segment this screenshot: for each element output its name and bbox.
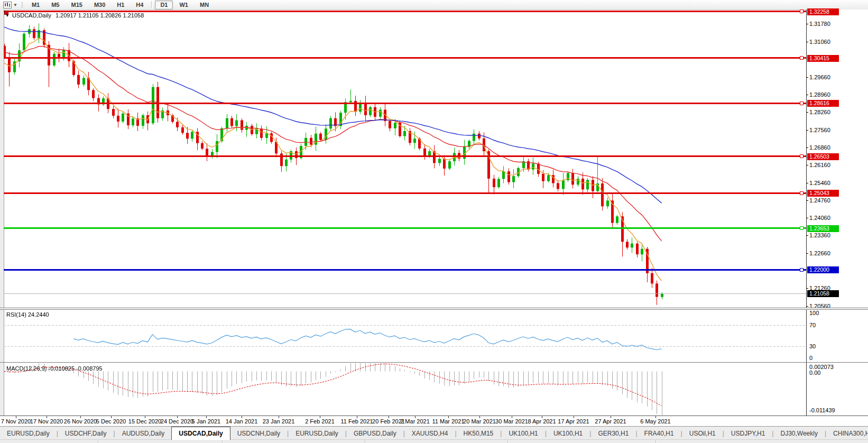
level-price-chip: 1.23653 bbox=[807, 225, 839, 232]
rsi-indicator-canvas[interactable] bbox=[4, 309, 806, 362]
line-drag-handle[interactable] bbox=[800, 101, 804, 105]
macd-indicator-canvas[interactable] bbox=[4, 363, 806, 416]
horizontal-level-line[interactable] bbox=[4, 227, 806, 229]
timeframe-button-mn[interactable]: MN bbox=[195, 1, 214, 10]
status-separator bbox=[98, 440, 99, 443]
price-tick-label: 1.25460 bbox=[809, 180, 846, 186]
chart-tab-usoil[interactable]: USOil,H1 bbox=[682, 427, 723, 440]
line-drag-handle[interactable] bbox=[800, 226, 804, 230]
toolbar-grip[interactable] bbox=[21, 2, 24, 8]
horizontal-level-line[interactable] bbox=[4, 192, 806, 194]
price-tick-mark bbox=[806, 218, 808, 218]
price-tick-mark bbox=[806, 200, 808, 201]
toolbar-separator bbox=[151, 1, 152, 8]
date-tick-label: 23 Jan 2021 bbox=[255, 418, 302, 424]
price-tick-label: 1.24760 bbox=[809, 197, 846, 204]
date-tick-label: 6 May 2021 bbox=[632, 418, 679, 424]
price-tick-label: 1.29660 bbox=[809, 74, 846, 80]
price-tick-label: 1.23360 bbox=[809, 232, 846, 238]
rsi-scale-label: 100 bbox=[809, 310, 846, 316]
timeframe-button-m1[interactable]: M1 bbox=[26, 1, 45, 10]
price-tick-mark bbox=[806, 130, 808, 131]
chart-tab-audusd[interactable]: AUDUSD,Daily bbox=[115, 427, 172, 440]
date-axis[interactable]: 7 Nov 202017 Nov 202026 Nov 20205 Dec 20… bbox=[0, 416, 868, 426]
price-tick-label: 1.31060 bbox=[809, 39, 846, 45]
price-tick-label: 1.28960 bbox=[809, 91, 846, 98]
chart-tab-china300[interactable]: CHINA300,H1 bbox=[826, 427, 868, 440]
chart-tab-ger30[interactable]: GER30,H1 bbox=[591, 427, 635, 440]
timeframe-button-d1[interactable]: D1 bbox=[155, 1, 173, 10]
price-tick-mark bbox=[806, 112, 808, 113]
timeframe-button-m5[interactable]: M5 bbox=[46, 1, 64, 10]
line-drag-handle[interactable] bbox=[800, 56, 804, 60]
chart-tab-hk50[interactable]: HK50,M15 bbox=[457, 427, 501, 440]
level-price-chip: 1.25043 bbox=[807, 190, 839, 197]
rsi-scale-label: 30 bbox=[809, 343, 846, 349]
price-tick-mark bbox=[806, 235, 808, 236]
chart-title: ▼ USDCAD,Daily 1.20917 1.21105 1.20826 1… bbox=[5, 12, 144, 19]
price-tick-mark bbox=[806, 165, 808, 165]
new-chart-icon[interactable] bbox=[2, 1, 13, 8]
timeframe-button-h4[interactable]: H4 bbox=[131, 1, 149, 10]
price-tick-mark bbox=[806, 306, 808, 307]
chart-tab-eurusd[interactable]: EURUSD,Daily bbox=[289, 427, 345, 440]
price-tick-mark bbox=[806, 77, 808, 78]
timeframe-button-m30[interactable]: M30 bbox=[89, 1, 110, 10]
chart-tab-usdcnh[interactable]: USDCNH,Daily bbox=[230, 427, 287, 440]
chart-tab-bar: EURUSD,Daily|USDCHF,Daily|AUDUSD,DailyUS… bbox=[0, 426, 868, 440]
price-tick-mark bbox=[806, 24, 808, 24]
status-separator bbox=[507, 440, 509, 443]
rsi-macd-splitter[interactable] bbox=[0, 362, 868, 363]
chart-tab-dj30[interactable]: DJ30,Weekly bbox=[773, 427, 824, 440]
chart-tab-usdchf[interactable]: USDCHF,Daily bbox=[58, 427, 114, 440]
price-tick-label: 1.22660 bbox=[809, 250, 846, 256]
timeframe-button-m15[interactable]: M15 bbox=[66, 1, 87, 10]
horizontal-level-line[interactable] bbox=[4, 103, 806, 104]
main-chart-canvas[interactable] bbox=[4, 11, 806, 308]
chart-tab-fra40[interactable]: FRA40,H1 bbox=[638, 427, 681, 440]
timeframe-button-h1[interactable]: H1 bbox=[112, 1, 130, 10]
chevron-down-icon[interactable]: ▼ bbox=[13, 3, 17, 7]
macd-bottom-border bbox=[0, 416, 868, 416]
level-price-chip: 1.30415 bbox=[807, 55, 839, 62]
price-tick-mark bbox=[806, 183, 808, 183]
status-separator bbox=[222, 440, 223, 443]
status-bar bbox=[0, 439, 868, 443]
line-drag-handle[interactable] bbox=[800, 154, 804, 158]
main-rsi-splitter[interactable] bbox=[0, 308, 868, 310]
chart-tab-gbpusd[interactable]: GBPUSD,Daily bbox=[347, 427, 403, 440]
horizontal-level-line[interactable] bbox=[4, 57, 806, 59]
level-price-chip: 1.32258 bbox=[807, 8, 839, 15]
level-price-chip: 1.26503 bbox=[807, 153, 839, 160]
macd-scale-zero: 0.00 bbox=[809, 370, 846, 376]
macd-label: MACD(12,26,9) -0.010825 -0.008795 bbox=[6, 365, 103, 372]
horizontal-level-line[interactable] bbox=[4, 155, 806, 157]
price-tick-label: 1.26860 bbox=[809, 144, 846, 151]
level-price-chip: 1.22000 bbox=[807, 266, 839, 273]
mt4-terminal: ▼ M1M5M15M30H1H4D1W1MN ▼ USDCAD,Daily 1.… bbox=[0, 0, 868, 443]
rsi-scale-label: 0 bbox=[809, 355, 846, 361]
timeframe-toolbar: ▼ M1M5M15M30H1H4D1W1MN bbox=[0, 0, 868, 10]
status-separator bbox=[365, 440, 366, 443]
chart-symbol-period: USDCAD,Daily bbox=[12, 12, 51, 19]
price-tick-label: 1.27560 bbox=[809, 127, 846, 133]
line-drag-handle[interactable] bbox=[800, 268, 804, 272]
price-tick-label: 1.24060 bbox=[809, 215, 846, 221]
window-menu-icon[interactable]: ▼ bbox=[5, 13, 10, 18]
timeframe-button-w1[interactable]: W1 bbox=[174, 1, 193, 10]
price-tick-mark bbox=[806, 253, 808, 254]
chart-tab-usdjpy[interactable]: USDJPY,H1 bbox=[724, 427, 772, 440]
chart-tab-uk100[interactable]: UK100,H1 bbox=[502, 427, 544, 440]
line-drag-handle[interactable] bbox=[800, 10, 804, 13]
line-drag-handle[interactable] bbox=[800, 191, 804, 195]
price-tick-label: 1.26160 bbox=[809, 162, 846, 168]
chart-tab-eurusd[interactable]: EURUSD,Daily bbox=[0, 427, 57, 440]
horizontal-level-line[interactable] bbox=[4, 269, 806, 271]
price-tick-mark bbox=[806, 42, 808, 42]
price-tick-mark bbox=[806, 288, 808, 289]
chart-tab-xauusd[interactable]: XAUUSD,H4 bbox=[405, 427, 455, 440]
chart-tab-uk100[interactable]: UK100,H1 bbox=[547, 427, 589, 440]
price-tick-mark bbox=[806, 147, 808, 148]
macd-scale-min: -0.011439 bbox=[809, 407, 846, 413]
chart-tab-usdcad[interactable]: USDCAD,Daily bbox=[171, 427, 230, 440]
